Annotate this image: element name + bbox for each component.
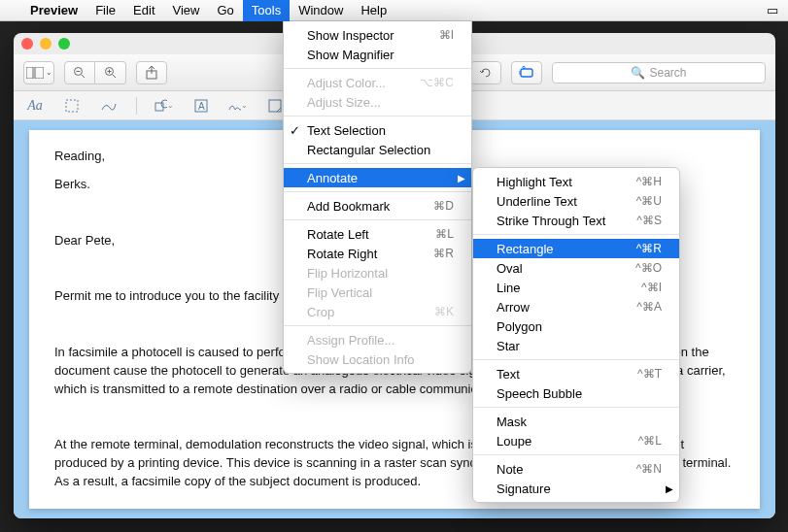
annotate-item-loupe[interactable]: Loupe^⌘L — [473, 431, 679, 450]
menu-item-label: Text Selection — [307, 123, 386, 138]
rotate-button[interactable] — [470, 61, 501, 84]
zoom-out-button[interactable] — [64, 61, 95, 84]
menu-item-label: Text — [497, 367, 520, 382]
menu-file[interactable]: File — [86, 0, 124, 21]
menu-item-label: Show Location Info — [307, 352, 415, 367]
tools-item-crop: Crop⌘K — [284, 302, 471, 321]
menu-item-label: Show Magnifier — [307, 48, 394, 62]
annotate-submenu: Highlight Text^⌘HUnderline Text^⌘UStrike… — [472, 167, 680, 503]
menu-item-label: Annotate — [307, 171, 358, 185]
menu-item-label: Add Bookmark — [307, 199, 390, 214]
menu-view[interactable]: View — [164, 0, 209, 21]
shortcut: ⌥⌘C — [391, 76, 454, 89]
tools-item-flip-vertical: Flip Vertical — [284, 283, 471, 302]
submenu-arrow-icon: ▶ — [458, 173, 465, 183]
svg-rect-1 — [35, 67, 44, 79]
zoom-in-button[interactable] — [95, 61, 126, 84]
text-tool-button[interactable]: A — [191, 97, 211, 115]
svg-line-6 — [113, 75, 116, 78]
shortcut: ^⌘U — [607, 194, 662, 208]
shortcut: ^⌘I — [612, 281, 662, 294]
annotate-item-text[interactable]: Text^⌘T — [473, 364, 679, 383]
tools-item-rotate-right[interactable]: Rotate Right⌘R — [284, 244, 471, 263]
annotate-item-line[interactable]: Line^⌘I — [473, 278, 679, 297]
shortcut: ^⌘O — [606, 261, 662, 275]
menu-item-label: Rotate Left — [307, 227, 369, 242]
shortcut: ^⌘L — [609, 434, 662, 448]
menu-item-label: Strike Through Text — [497, 214, 605, 228]
shortcut: ^⌘H — [607, 175, 662, 188]
annotate-item-mask[interactable]: Mask — [473, 412, 679, 431]
app-menu[interactable]: Preview — [21, 0, 86, 21]
note-button[interactable] — [265, 97, 285, 115]
sign-button[interactable]: ⌄ — [228, 97, 248, 115]
annotate-item-underline-text[interactable]: Underline Text^⌘U — [473, 191, 679, 211]
share-button[interactable] — [136, 61, 167, 84]
search-field[interactable]: 🔍 Search — [552, 62, 766, 83]
search-icon: 🔍 — [631, 66, 645, 80]
menu-item-label: Note — [497, 462, 523, 477]
tools-item-show-inspector[interactable]: Show Inspector⌘I — [284, 25, 471, 45]
shortcut: ^⌘T — [608, 367, 662, 381]
annotate-item-strike-through-text[interactable]: Strike Through Text^⌘S — [473, 211, 679, 230]
tools-item-show-location-info: Show Location Info — [284, 349, 471, 369]
shortcut: ^⌘S — [607, 214, 662, 227]
tools-item-flip-horizontal: Flip Horizontal — [284, 263, 471, 283]
menu-item-label: Speech Bubble — [497, 386, 582, 401]
view-mode-button[interactable]: ⌄ — [23, 61, 54, 84]
menu-window[interactable]: Window — [290, 0, 352, 21]
shortcut: ⌘L — [406, 227, 454, 241]
svg-text:A: A — [198, 101, 205, 112]
annotate-item-highlight-text[interactable]: Highlight Text^⌘H — [473, 172, 679, 191]
tools-item-rectangular-selection[interactable]: Rectangular Selection — [284, 140, 471, 159]
window-close-button[interactable] — [21, 38, 33, 50]
menu-item-label: Line — [497, 281, 521, 295]
svg-point-12 — [523, 66, 525, 68]
shortcut: ^⌘R — [607, 242, 662, 255]
tools-item-text-selection[interactable]: ✓Text Selection — [284, 120, 471, 140]
menu-item-label: Rectangular Selection — [307, 143, 430, 157]
annotate-item-signature[interactable]: Signature▶ — [473, 479, 679, 498]
window-zoom-button[interactable] — [58, 38, 70, 50]
shortcut: ⌘D — [404, 199, 454, 213]
menu-edit[interactable]: Edit — [124, 0, 163, 21]
tray-icon[interactable]: ▭ — [767, 3, 778, 17]
annotate-item-arrow[interactable]: Arrow^⌘A — [473, 297, 679, 316]
svg-rect-13 — [66, 100, 78, 112]
menu-item-label: Highlight Text — [497, 175, 572, 189]
menu-item-label: Rectangle — [497, 242, 554, 256]
tools-item-assign-profile-: Assign Profile... — [284, 330, 471, 349]
annotate-item-star[interactable]: Star — [473, 336, 679, 355]
menu-item-label: Adjust Size... — [307, 95, 381, 110]
menu-item-label: Show Inspector — [307, 28, 394, 43]
annotate-item-oval[interactable]: Oval^⌘O — [473, 258, 679, 278]
shapes-button[interactable]: ⌄ — [154, 97, 174, 115]
menu-tools[interactable]: Tools — [243, 0, 290, 21]
annotate-item-note[interactable]: Note^⌘N — [473, 459, 679, 479]
submenu-arrow-icon: ▶ — [666, 483, 673, 494]
tools-item-add-bookmark[interactable]: Add Bookmark⌘D — [284, 196, 471, 216]
menu-go[interactable]: Go — [208, 0, 242, 21]
menu-item-label: Arrow — [497, 300, 530, 315]
sketch-tool-button[interactable] — [99, 97, 119, 115]
markup-button[interactable] — [511, 61, 542, 84]
menu-item-label: Star — [497, 339, 520, 353]
svg-line-3 — [82, 75, 85, 78]
menu-item-label: Flip Horizontal — [307, 266, 388, 281]
annotate-item-rectangle[interactable]: Rectangle^⌘R — [473, 239, 679, 258]
shortcut: ^⌘N — [607, 462, 662, 476]
text-style-button[interactable]: Aa — [25, 97, 45, 115]
annotate-item-speech-bubble[interactable]: Speech Bubble — [473, 383, 679, 403]
select-tool-button[interactable] — [62, 97, 82, 115]
annotate-item-polygon[interactable]: Polygon — [473, 316, 679, 336]
tools-item-annotate[interactable]: Annotate▶ — [284, 168, 471, 187]
tools-menu: Show Inspector⌘IShow MagnifierAdjust Col… — [283, 21, 472, 374]
tools-item-rotate-left[interactable]: Rotate Left⌘L — [284, 224, 471, 244]
menu-help[interactable]: Help — [352, 0, 395, 21]
window-minimize-button[interactable] — [40, 38, 51, 50]
tools-item-show-magnifier[interactable]: Show Magnifier — [284, 45, 471, 64]
menu-item-label: Mask — [497, 415, 527, 429]
svg-rect-0 — [26, 67, 33, 79]
menu-item-label: Adjust Color... — [307, 76, 386, 90]
svg-rect-11 — [521, 69, 532, 77]
